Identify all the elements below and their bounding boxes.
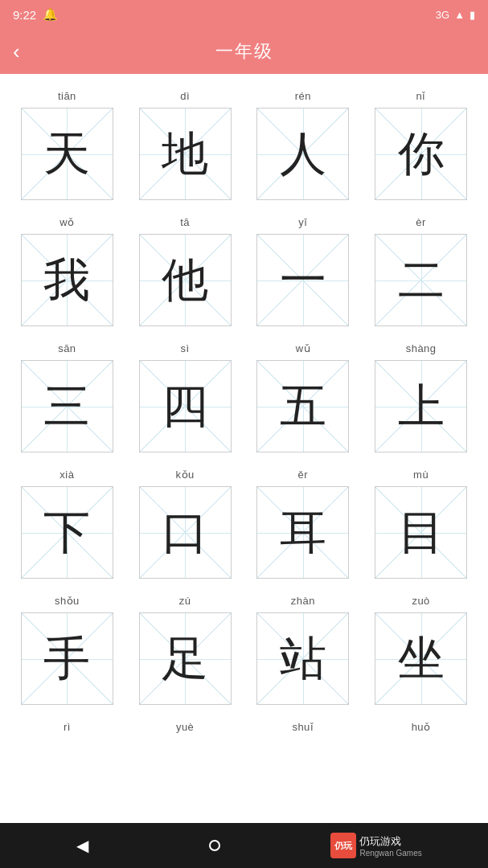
- char-item[interactable]: nǐ 你: [362, 84, 480, 210]
- signal-icon: ▲: [454, 9, 465, 21]
- character-text: 我: [43, 257, 90, 304]
- pinyin-label: xià: [59, 469, 74, 483]
- character-text: 五: [280, 383, 326, 430]
- status-bar: 9:22 🔔 3G ▲ ▮: [0, 0, 488, 29]
- char-box: 三: [21, 360, 113, 452]
- char-box: 足: [139, 612, 232, 705]
- character-text: 手: [43, 636, 90, 682]
- back-button[interactable]: ‹: [13, 41, 20, 62]
- pinyin-label: zuò: [412, 595, 429, 609]
- pinyin-label: sān: [58, 342, 76, 357]
- char-item[interactable]: yī 一: [244, 210, 363, 336]
- char-item-partial[interactable]: rì: [8, 714, 126, 742]
- character-text: 天: [43, 131, 90, 178]
- back-nav-button[interactable]: ◀: [66, 829, 98, 862]
- char-item[interactable]: tiān 天: [8, 84, 126, 210]
- char-box: 上: [375, 360, 467, 452]
- char-item[interactable]: zhàn 站: [244, 588, 363, 714]
- pinyin-label: yuè: [176, 721, 194, 735]
- status-left: 9:22 🔔: [13, 7, 58, 22]
- char-item-partial[interactable]: shuǐ: [244, 714, 363, 742]
- char-item-partial[interactable]: yuè: [126, 714, 244, 742]
- battery-icon: ▮: [470, 9, 475, 21]
- char-item[interactable]: ěr 耳: [244, 462, 363, 588]
- pinyin-label: zhàn: [291, 595, 315, 609]
- char-box: 人: [256, 108, 349, 200]
- partial-row: rì yuè shuǐ huǒ: [8, 714, 480, 742]
- char-item[interactable]: kǒu 口: [126, 462, 244, 588]
- char-box: 手: [21, 612, 113, 705]
- home-nav-button[interactable]: [199, 829, 231, 862]
- home-circle-icon: [209, 840, 220, 851]
- char-box: 耳: [256, 486, 349, 579]
- char-item[interactable]: wǔ 五: [244, 336, 363, 462]
- brand-area: 仍玩 仍玩游戏 Rengwan Games: [330, 833, 421, 858]
- char-box: 下: [21, 486, 113, 579]
- char-box: 地: [139, 108, 232, 200]
- network-label: 3G: [436, 9, 449, 21]
- pinyin-label: mù: [413, 469, 429, 483]
- char-box: 他: [139, 234, 232, 326]
- pinyin-label: huǒ: [412, 721, 431, 735]
- brand-text: 仍玩游戏 Rengwan Games: [359, 834, 421, 858]
- char-box: 我: [21, 234, 113, 326]
- pinyin-label: sì: [181, 342, 190, 357]
- character-text: 足: [162, 636, 208, 682]
- pinyin-label: shàng: [406, 342, 437, 357]
- char-box: 目: [375, 486, 467, 579]
- char-item[interactable]: shǒu 手: [8, 588, 126, 714]
- app-header: ‹ 一年级: [0, 29, 488, 74]
- pinyin-label: kǒu: [176, 469, 195, 483]
- char-item[interactable]: xià 下: [8, 462, 126, 588]
- char-item[interactable]: dì 地: [126, 84, 244, 210]
- character-text: 上: [398, 383, 445, 430]
- char-item-partial[interactable]: huǒ: [362, 714, 480, 742]
- character-text: 人: [280, 131, 326, 178]
- char-item[interactable]: mù 目: [362, 462, 480, 588]
- content-area: tiān 天 dì 地 rén 人: [0, 74, 488, 823]
- char-item[interactable]: zú 足: [126, 588, 244, 714]
- pinyin-label: tā: [180, 216, 190, 231]
- char-box: 四: [139, 360, 232, 452]
- bottom-navigation: ◀ 仍玩 仍玩游戏 Rengwan Games: [0, 823, 488, 868]
- pinyin-label: ěr: [298, 469, 309, 483]
- status-right: 3G ▲ ▮: [436, 9, 475, 21]
- char-item[interactable]: sān 三: [8, 336, 126, 462]
- char-box: 一: [256, 234, 349, 326]
- char-item[interactable]: tā 他: [126, 210, 244, 336]
- pinyin-label: shuǐ: [292, 721, 314, 735]
- character-text: 你: [398, 131, 445, 178]
- character-text: 三: [43, 383, 90, 430]
- pinyin-label: wǔ: [296, 342, 310, 357]
- character-text: 地: [162, 131, 208, 178]
- pinyin-label: tiān: [58, 90, 76, 104]
- pinyin-label: dì: [180, 90, 190, 104]
- character-text: 下: [43, 510, 90, 556]
- character-text: 耳: [280, 510, 326, 556]
- character-text: 二: [398, 257, 445, 304]
- char-item[interactable]: rén 人: [244, 84, 363, 210]
- pinyin-label: zú: [179, 595, 191, 609]
- character-text: 口: [162, 510, 208, 556]
- character-text: 一: [280, 257, 326, 304]
- char-box: 天: [21, 108, 113, 200]
- char-box: 口: [139, 486, 232, 579]
- char-box: 你: [375, 108, 467, 200]
- char-item[interactable]: zuò 坐: [362, 588, 480, 714]
- pinyin-label: èr: [416, 216, 426, 231]
- char-box: 二: [375, 234, 467, 326]
- time-display: 9:22: [13, 8, 36, 22]
- character-text: 四: [162, 383, 208, 430]
- page-title: 一年级: [215, 39, 273, 63]
- char-item[interactable]: wǒ 我: [8, 210, 126, 336]
- char-item[interactable]: shàng 上: [362, 336, 480, 462]
- pinyin-label: wǒ: [59, 216, 74, 231]
- char-item[interactable]: sì 四: [126, 336, 244, 462]
- pinyin-label: rén: [295, 90, 311, 104]
- char-box: 坐: [375, 612, 467, 705]
- char-item[interactable]: èr 二: [362, 210, 480, 336]
- pinyin-label: rì: [64, 721, 71, 735]
- character-text: 他: [162, 257, 208, 304]
- notification-icon: 🔔: [43, 7, 58, 22]
- character-text: 站: [280, 636, 326, 682]
